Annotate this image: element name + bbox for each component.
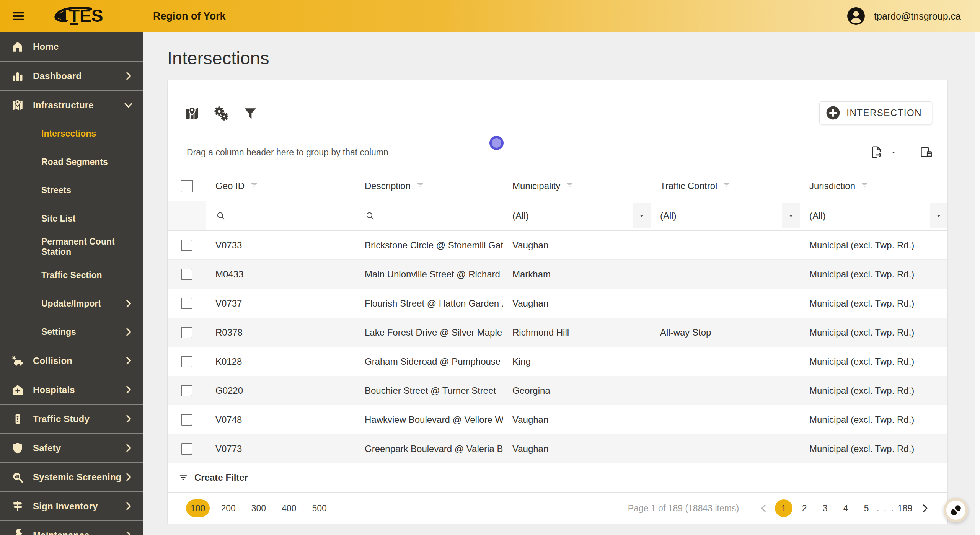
row-checkbox[interactable] bbox=[181, 240, 192, 251]
filter-municipality-caret[interactable] bbox=[633, 203, 651, 228]
page-number-2[interactable]: 2 bbox=[796, 499, 813, 517]
page-number-5[interactable]: 5 bbox=[858, 499, 875, 517]
sidebar-item-traffic-study[interactable]: Traffic Study bbox=[0, 404, 143, 433]
export-button[interactable] bbox=[869, 145, 884, 160]
safety-icon bbox=[11, 442, 24, 455]
page-number-1[interactable]: 1 bbox=[775, 499, 792, 517]
table-row[interactable]: M0433Main Unionville Street @ Richard ..… bbox=[168, 260, 947, 289]
prev-page-button[interactable] bbox=[758, 502, 770, 514]
scrollbar-track[interactable] bbox=[975, 32, 980, 535]
sidebar-item-dashboard[interactable]: Dashboard bbox=[0, 61, 143, 90]
column-filter-icon[interactable] bbox=[860, 180, 870, 192]
sidebar-item-home[interactable]: Home bbox=[0, 32, 143, 61]
page-size-100[interactable]: 100 bbox=[186, 499, 210, 517]
cell-jurisdiction: Municipal (excl. Twp. Rd.) bbox=[800, 414, 947, 425]
page-number-3[interactable]: 3 bbox=[816, 499, 834, 517]
page-size-400[interactable]: 400 bbox=[277, 499, 301, 517]
page-number-189[interactable]: 189 bbox=[896, 499, 914, 517]
column-filter-icon bbox=[860, 180, 870, 190]
sidebar-item-site-list[interactable]: Site List bbox=[0, 204, 143, 233]
sidebar-item-streets[interactable]: Streets bbox=[0, 176, 143, 204]
row-checkbox[interactable] bbox=[181, 269, 192, 280]
next-page-button[interactable] bbox=[919, 502, 931, 514]
create-filter-label: Create Filter bbox=[194, 472, 248, 483]
filter-cell-municipality[interactable]: (All) bbox=[503, 201, 651, 230]
feedback-widget-button[interactable] bbox=[944, 498, 968, 522]
sidebar-item-systemic-screening[interactable]: Systemic Screening bbox=[0, 462, 143, 491]
sidebar-item-collision[interactable]: Collision bbox=[0, 346, 143, 375]
table-row[interactable]: V0733Brickstone Circle @ Stonemill GateV… bbox=[168, 231, 947, 260]
filter-traffic-control-caret[interactable] bbox=[782, 203, 800, 228]
sidebar-item-sign-inventory[interactable]: Sign Inventory bbox=[0, 491, 143, 520]
tes-logo[interactable]: TES bbox=[51, 5, 124, 27]
page-numbers: 12345. . .189 bbox=[773, 499, 915, 517]
cell-geo-id: V0773 bbox=[206, 444, 355, 454]
intersections-grid: Geo IDDescriptionMunicipalityTraffic Con… bbox=[168, 171, 947, 463]
row-checkbox[interactable] bbox=[181, 298, 192, 309]
table-row[interactable]: V0737Flourish Street @ Hatton Garden ...… bbox=[168, 289, 947, 318]
column-header-traffic-control[interactable]: Traffic Control bbox=[651, 180, 800, 192]
create-filter-button[interactable]: Create Filter bbox=[168, 463, 947, 493]
table-row[interactable]: R0378Lake Forest Drive @ Silver Maple ..… bbox=[168, 318, 947, 347]
chevron-right-icon bbox=[919, 502, 931, 514]
region-title: Region of York bbox=[153, 10, 226, 22]
row-checkbox[interactable] bbox=[181, 443, 192, 455]
export-options-caret[interactable] bbox=[889, 148, 898, 157]
column-header-description[interactable]: Description bbox=[355, 180, 503, 192]
table-row[interactable]: V0748Hawkview Boulevard @ Vellore W...Va… bbox=[168, 405, 947, 434]
sidebar-item-maintenance[interactable]: Maintenance bbox=[0, 520, 143, 535]
sidebar-item-intersections[interactable]: Intersections bbox=[0, 119, 143, 148]
grid-header-row: Geo IDDescriptionMunicipalityTraffic Con… bbox=[168, 171, 947, 201]
filter-cell-jurisdiction[interactable]: (All) bbox=[800, 201, 947, 230]
column-filter-icon[interactable] bbox=[415, 180, 425, 192]
filter-cell-traffic-control[interactable]: (All) bbox=[651, 201, 800, 230]
column-header-label: Jurisdiction bbox=[809, 181, 855, 191]
row-checkbox[interactable] bbox=[181, 385, 192, 396]
sidebar-item-settings[interactable]: Settings bbox=[0, 318, 143, 346]
table-row[interactable]: K0128Graham Sideroad @ Pumphouse ...King… bbox=[168, 347, 947, 376]
page-size-200[interactable]: 200 bbox=[216, 499, 240, 517]
sidebar-item-infrastructure[interactable]: Infrastructure bbox=[0, 90, 143, 119]
cell-description: Brickstone Circle @ Stonemill Gate bbox=[355, 240, 503, 251]
sidebar-item-update-import[interactable]: Update/Import bbox=[0, 289, 143, 318]
sidebar-item-traffic-section[interactable]: Traffic Section bbox=[0, 261, 143, 289]
column-header-geo-id[interactable]: Geo ID bbox=[206, 180, 355, 192]
page-size-500[interactable]: 500 bbox=[308, 499, 331, 517]
select-all-cell bbox=[168, 180, 206, 192]
page-number-4[interactable]: 4 bbox=[837, 499, 854, 517]
table-row[interactable]: V0773Greenpark Boulevard @ Valeria B...V… bbox=[168, 434, 947, 463]
column-header-jurisdiction[interactable]: Jurisdiction bbox=[800, 180, 947, 192]
sidebar-item-safety[interactable]: Safety bbox=[0, 433, 143, 462]
map-view-button[interactable] bbox=[184, 106, 200, 121]
menu-toggle-button[interactable] bbox=[8, 6, 28, 26]
select-all-checkbox[interactable] bbox=[181, 180, 193, 192]
sidebar-item-permanent-count-station[interactable]: Permanent Count Station bbox=[0, 233, 143, 261]
sidebar-item-label: Sign Inventory bbox=[33, 501, 98, 512]
table-row[interactable]: G0220Bouchier Street @ Turner StreetGeor… bbox=[168, 376, 947, 405]
filter-geo-id-input[interactable] bbox=[232, 201, 355, 230]
filter-jurisdiction-caret[interactable] bbox=[930, 203, 947, 228]
column-filter-icon[interactable] bbox=[249, 180, 259, 192]
row-checkbox[interactable] bbox=[181, 327, 192, 338]
grid-settings-button[interactable] bbox=[214, 106, 229, 121]
user-email[interactable]: tpardo@tnsgroup.ca bbox=[874, 11, 961, 22]
cell-municipality: King bbox=[503, 356, 651, 367]
column-chooser-button[interactable] bbox=[919, 145, 934, 160]
plus-circle-icon bbox=[826, 106, 840, 120]
column-filter-icon[interactable] bbox=[565, 180, 575, 192]
cell-jurisdiction: Municipal (excl. Twp. Rd.) bbox=[800, 444, 947, 454]
row-checkbox[interactable] bbox=[181, 356, 192, 367]
column-filter-icon[interactable] bbox=[722, 180, 732, 192]
column-header-label: Municipality bbox=[512, 181, 560, 191]
user-avatar-icon[interactable] bbox=[846, 7, 866, 26]
row-checkbox[interactable] bbox=[181, 414, 192, 426]
sidebar-item-hospitals[interactable]: Hospitals bbox=[0, 375, 143, 404]
column-header-municipality[interactable]: Municipality bbox=[503, 180, 651, 192]
filter-description-input[interactable] bbox=[381, 201, 503, 230]
cell-municipality: Georgina bbox=[503, 385, 651, 396]
add-intersection-button[interactable]: INTERSECTION bbox=[819, 101, 932, 124]
row-checkbox-cell bbox=[168, 298, 206, 309]
page-size-300[interactable]: 300 bbox=[247, 499, 271, 517]
filter-funnel-button[interactable] bbox=[243, 106, 258, 121]
sidebar-item-road-segments[interactable]: Road Segments bbox=[0, 148, 143, 176]
